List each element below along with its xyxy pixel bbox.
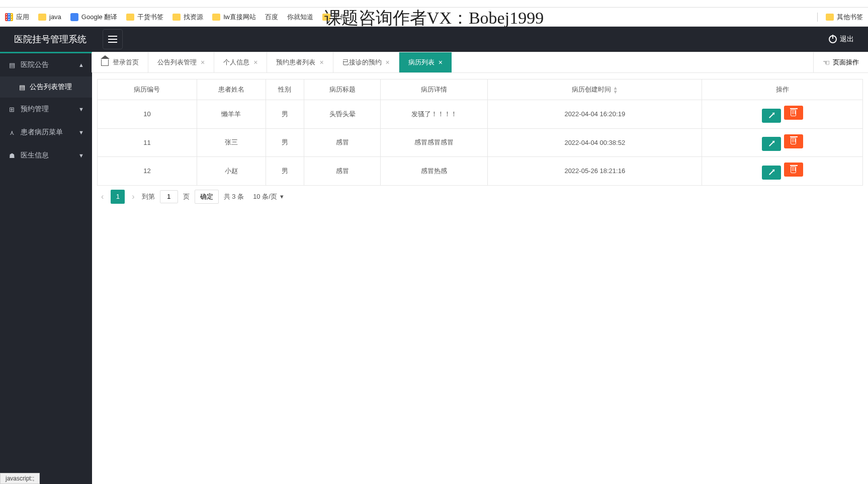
edit-button[interactable] xyxy=(762,137,781,151)
close-icon[interactable]: × xyxy=(319,58,323,66)
sort-icon[interactable]: ▲▼ xyxy=(613,86,618,94)
cell-name: 小赵 xyxy=(197,157,266,186)
tab-received-appts[interactable]: 已接诊的预约 × xyxy=(333,52,399,72)
sidebar-item-label: 医院公告 xyxy=(21,60,49,69)
page-operations-button[interactable]: ☜ 页面操作 xyxy=(813,52,868,72)
trash-icon xyxy=(791,138,796,144)
col-title[interactable]: 病历标题 xyxy=(304,79,380,100)
folder-icon xyxy=(126,14,134,21)
cell-time: 2022-04-04 16:20:19 xyxy=(488,100,702,129)
tab-label: 已接诊的预约 xyxy=(342,58,382,67)
tab-home[interactable]: 登录首页 xyxy=(92,52,148,72)
edit-button[interactable] xyxy=(762,166,781,180)
tabs-bar: 登录首页 公告列表管理 × 个人信息 × 预约患者列表 × 已接诊的预约 × 病… xyxy=(92,52,868,73)
chevron-down-icon: ▼ xyxy=(78,106,84,112)
hamburger-icon xyxy=(108,39,117,40)
sidebar-subitem-announce-list[interactable]: ▤ 公告列表管理 xyxy=(0,76,92,98)
bookmark-other[interactable]: 其他书签 xyxy=(826,13,863,22)
document-icon: ▤ xyxy=(18,84,26,91)
col-id[interactable]: 病历编号 xyxy=(98,79,197,100)
close-icon[interactable]: × xyxy=(439,58,443,66)
page-size-label: 10 条/页 xyxy=(253,192,277,201)
page-ops-label: 页面操作 xyxy=(833,58,859,67)
tab-announce-list[interactable]: 公告列表管理 × xyxy=(148,52,214,72)
tab-record-list[interactable]: 病历列表 × xyxy=(399,52,452,72)
browser-status-bar: javascript:; xyxy=(0,473,40,484)
page-number-current[interactable]: 1 xyxy=(111,190,125,204)
tab-profile[interactable]: 个人信息 × xyxy=(214,52,267,72)
page-next-button[interactable]: › xyxy=(130,192,136,201)
bookmark-nijiu[interactable]: 你就知道 xyxy=(287,13,313,22)
cell-name: 张三 xyxy=(197,128,266,157)
hand-icon: ☜ xyxy=(823,58,830,67)
bookmark-apps[interactable]: 应用 xyxy=(5,13,29,22)
cell-id: 10 xyxy=(98,100,197,129)
table-container: 病历编号 患者姓名 性别 病历标题 病历详情 病历创建时间▲▼ 操作 10懒羊羊… xyxy=(92,73,868,214)
cell-name: 懒羊羊 xyxy=(197,100,266,129)
sidebar: ▤ 医院公告 ▲ ▤ 公告列表管理 ⊞ 预约管理 ▼ ⋏ 患者病历菜单 ▼ ☗ … xyxy=(0,52,92,484)
bookmark-lw[interactable]: lw直接网站 xyxy=(212,13,255,22)
bookmark-java[interactable]: java xyxy=(38,13,61,21)
close-icon[interactable]: × xyxy=(386,58,390,66)
main-layout: ▤ 医院公告 ▲ ▤ 公告列表管理 ⊞ 预约管理 ▼ ⋏ 患者病历菜单 ▼ ☗ … xyxy=(0,52,868,484)
pencil-icon xyxy=(769,170,774,175)
close-icon[interactable]: × xyxy=(253,58,257,66)
tab-label: 登录首页 xyxy=(113,58,139,67)
cell-actions xyxy=(702,157,863,186)
bookmark-work[interactable]: 工作 xyxy=(322,13,346,22)
chevron-down-icon: ▼ xyxy=(78,152,84,158)
bookmark-google-translate[interactable]: Google 翻译 xyxy=(70,13,118,22)
cell-title: 感冒 xyxy=(304,157,380,186)
sidebar-item-appointments[interactable]: ⊞ 预约管理 ▼ xyxy=(0,98,92,121)
tab-patient-appts[interactable]: 预约患者列表 × xyxy=(267,52,333,72)
delete-button[interactable] xyxy=(784,106,803,120)
pencil-icon xyxy=(769,141,774,146)
chevron-down-icon: ▾ xyxy=(280,193,284,200)
sidebar-item-doctor[interactable]: ☗ 医生信息 ▼ xyxy=(0,144,92,167)
cell-sex: 男 xyxy=(266,157,304,186)
records-table: 病历编号 患者姓名 性别 病历标题 病历详情 病历创建时间▲▼ 操作 10懒羊羊… xyxy=(97,79,863,186)
cell-detail: 感冒热感 xyxy=(381,157,488,186)
pencil-icon xyxy=(769,113,774,118)
col-time[interactable]: 病历创建时间▲▼ xyxy=(488,79,702,100)
page-goto-confirm-button[interactable]: 确定 xyxy=(195,190,219,204)
delete-button[interactable] xyxy=(784,163,803,177)
bookmarks-bar: 应用 java Google 翻译 干货书签 找资源 lw直接网站 百度 你就知… xyxy=(0,8,868,27)
trash-icon xyxy=(791,110,796,116)
goto-label: 到第 xyxy=(142,192,155,201)
cell-actions xyxy=(702,128,863,157)
person-icon: ⋏ xyxy=(8,129,16,136)
sidebar-item-announcements[interactable]: ▤ 医院公告 ▲ xyxy=(0,53,92,76)
sidebar-item-label: 预约管理 xyxy=(21,105,49,114)
content-area: 登录首页 公告列表管理 × 个人信息 × 预约患者列表 × 已接诊的预约 × 病… xyxy=(92,52,868,484)
pagination: ‹ 1 › 到第 页 确定 共 3 条 10 条/页 ▾ xyxy=(97,186,863,208)
col-sex[interactable]: 性别 xyxy=(266,79,304,100)
cell-sex: 男 xyxy=(266,100,304,129)
close-icon[interactable]: × xyxy=(201,58,205,66)
bookmark-ganho[interactable]: 干货书签 xyxy=(126,13,163,22)
cell-actions xyxy=(702,100,863,129)
page-goto-input[interactable] xyxy=(160,190,178,203)
cell-id: 12 xyxy=(98,157,197,186)
logout-button[interactable]: 退出 xyxy=(815,35,868,44)
table-row: 10懒羊羊男头昏头晕发骚了！！！！2022-04-04 16:20:19 xyxy=(98,100,863,129)
app-header: 医院挂号管理系统 退出 xyxy=(0,27,868,52)
home-icon xyxy=(101,59,109,66)
cell-sex: 男 xyxy=(266,128,304,157)
bookmark-label: 你就知道 xyxy=(287,13,313,22)
page-prev-button[interactable]: ‹ xyxy=(99,192,106,201)
sidebar-toggle-button[interactable] xyxy=(103,29,123,49)
bookmark-baidu[interactable]: 百度 xyxy=(265,13,278,22)
document-icon: ▤ xyxy=(8,61,16,69)
page-size-select[interactable]: 10 条/页 ▾ xyxy=(249,190,288,203)
col-detail[interactable]: 病历详情 xyxy=(381,79,488,100)
cell-time: 2022-04-04 00:38:52 xyxy=(488,128,702,157)
col-name[interactable]: 患者姓名 xyxy=(197,79,266,100)
sidebar-item-label: 公告列表管理 xyxy=(30,83,72,92)
bookmark-resources[interactable]: 找资源 xyxy=(172,13,203,22)
tab-label: 预约患者列表 xyxy=(276,58,315,67)
sidebar-item-records[interactable]: ⋏ 患者病历菜单 ▼ xyxy=(0,121,92,144)
edit-button[interactable] xyxy=(762,109,781,123)
folder-icon xyxy=(322,14,330,21)
delete-button[interactable] xyxy=(784,134,803,148)
